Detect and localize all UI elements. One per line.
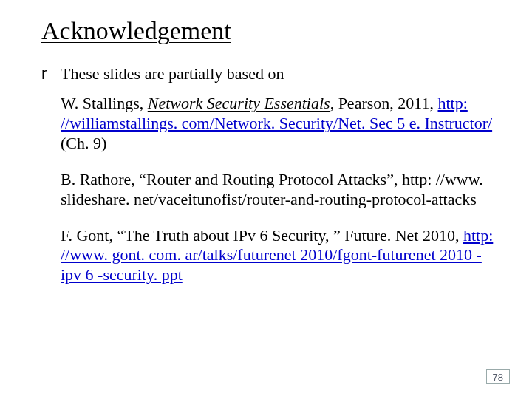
ref-tail: (Ch. 9) xyxy=(61,134,106,152)
bullet-text: These slides are partially based on xyxy=(61,64,284,83)
ref-after-title: , Pearson, 2011, xyxy=(330,94,438,112)
ref-author: W. Stallings, xyxy=(61,94,148,112)
reference-stallings: W. Stallings, Network Security Essential… xyxy=(61,94,495,153)
bullet-glyph: r xyxy=(41,64,50,83)
reference-rathore: B. Rathore, “Router and Routing Protocol… xyxy=(61,170,495,210)
page-number: 78 xyxy=(486,369,510,384)
ref-title: Network Security Essentials xyxy=(148,94,330,112)
slide: Acknowledgement r These slides are parti… xyxy=(0,0,532,399)
reference-gont: F. Gont, “The Truth about IPv 6 Security… xyxy=(61,226,495,285)
slide-title: Acknowledgement xyxy=(41,16,495,45)
ref-line: B. Rathore, “Router and Routing Protocol… xyxy=(61,170,483,208)
bullet-item: r These slides are partially based on xyxy=(41,64,495,83)
ref-prefix: F. Gont, “The Truth about IPv 6 Security… xyxy=(61,226,463,245)
references: W. Stallings, Network Security Essential… xyxy=(41,94,495,285)
